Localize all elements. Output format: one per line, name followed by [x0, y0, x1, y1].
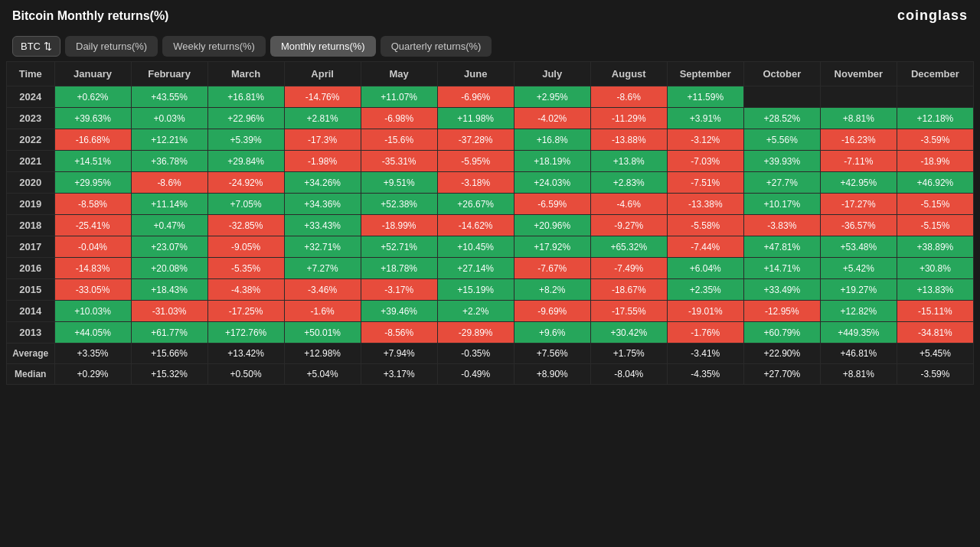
- data-cell: [897, 86, 973, 108]
- data-cell: +18.78%: [361, 258, 437, 279]
- data-cell: -31.03%: [131, 301, 207, 322]
- table-header: Time January February March April May Ju…: [7, 62, 974, 86]
- data-cell: -9.05%: [207, 236, 284, 258]
- data-cell: -7.11%: [820, 151, 897, 172]
- tab-monthly[interactable]: Monthly returns(%): [270, 36, 376, 57]
- data-cell: +2.2%: [437, 301, 514, 322]
- data-cell: -15.6%: [361, 129, 437, 151]
- data-cell: -8.6%: [590, 86, 667, 108]
- table-row: 2016-14.83%+20.08%-5.35%+7.27%+18.78%+27…: [7, 258, 974, 279]
- data-cell: -35.31%: [361, 151, 437, 172]
- footer-cell: +1.75%: [590, 344, 667, 364]
- table-row: 2022-16.68%+12.21%+5.39%-17.3%-15.6%-37.…: [7, 129, 974, 151]
- data-cell: +29.95%: [54, 172, 131, 194]
- data-cell: -18.67%: [590, 279, 667, 301]
- table-row: 2024+0.62%+43.55%+16.81%-14.76%+11.07%-6…: [7, 86, 974, 108]
- footer-cell: -3.41%: [667, 344, 743, 364]
- data-cell: +3.91%: [667, 108, 743, 129]
- data-cell: +39.46%: [361, 301, 437, 322]
- year-cell: 2017: [7, 236, 55, 258]
- data-cell: +0.62%: [54, 86, 131, 108]
- data-cell: -5.58%: [667, 215, 743, 236]
- footer-cell: +5.45%: [897, 344, 973, 364]
- data-cell: -16.68%: [54, 129, 131, 151]
- footer-cell: +5.04%: [284, 364, 361, 385]
- data-cell: -13.88%: [590, 129, 667, 151]
- data-cell: +16.8%: [514, 129, 590, 151]
- footer-cell: +3.35%: [54, 344, 131, 364]
- col-time: Time: [7, 62, 55, 86]
- data-cell: +9.6%: [514, 322, 590, 344]
- btc-selector[interactable]: BTC ⇅: [12, 36, 60, 57]
- year-cell: 2019: [7, 194, 55, 215]
- data-cell: -5.95%: [437, 151, 514, 172]
- data-cell: +42.95%: [820, 172, 897, 194]
- tab-weekly[interactable]: Weekly returns(%): [162, 36, 266, 57]
- data-cell: -15.11%: [897, 301, 973, 322]
- footer-cell: +3.17%: [361, 364, 437, 385]
- data-cell: +18.43%: [131, 279, 207, 301]
- page-title: Bitcoin Monthly returns(%): [12, 9, 168, 23]
- data-cell: -14.76%: [284, 86, 361, 108]
- data-cell: +11.07%: [361, 86, 437, 108]
- data-cell: -7.49%: [590, 258, 667, 279]
- col-august: August: [590, 62, 667, 86]
- data-cell: +60.79%: [743, 322, 820, 344]
- footer-cell: +7.94%: [361, 344, 437, 364]
- table-row: 2015-33.05%+18.43%-4.38%-3.46%-3.17%+15.…: [7, 279, 974, 301]
- data-cell: +50.01%: [284, 322, 361, 344]
- table-row: 2019-8.58%+11.14%+7.05%+34.36%+52.38%+26…: [7, 194, 974, 215]
- data-cell: +34.26%: [284, 172, 361, 194]
- table-row: 2018-25.41%+0.47%-32.85%+33.43%-18.99%-1…: [7, 215, 974, 236]
- data-cell: -25.41%: [54, 215, 131, 236]
- tab-daily[interactable]: Daily returns(%): [65, 36, 158, 57]
- data-cell: +11.14%: [131, 194, 207, 215]
- col-october: October: [743, 62, 820, 86]
- data-cell: +30.42%: [590, 322, 667, 344]
- data-cell: +10.03%: [54, 301, 131, 322]
- toolbar: BTC ⇅ Daily returns(%) Weekly returns(%)…: [0, 31, 980, 61]
- data-cell: -8.56%: [361, 322, 437, 344]
- footer-cell: +46.81%: [820, 344, 897, 364]
- footer-label: Average: [7, 344, 55, 364]
- table-row: 2013+44.05%+61.77%+172.76%+50.01%-8.56%-…: [7, 322, 974, 344]
- data-cell: -3.17%: [361, 279, 437, 301]
- data-cell: -8.6%: [131, 172, 207, 194]
- table-container: Time January February March April May Ju…: [0, 61, 980, 391]
- data-cell: +17.92%: [514, 236, 590, 258]
- footer-cell: +27.70%: [743, 364, 820, 385]
- data-cell: +18.19%: [514, 151, 590, 172]
- data-cell: +65.32%: [590, 236, 667, 258]
- data-cell: +5.39%: [207, 129, 284, 151]
- data-cell: +13.8%: [590, 151, 667, 172]
- footer-cell: -3.59%: [897, 364, 973, 385]
- data-cell: -3.18%: [437, 172, 514, 194]
- data-cell: +27.14%: [437, 258, 514, 279]
- data-cell: +13.83%: [897, 279, 973, 301]
- returns-table: Time January February March April May Ju…: [6, 61, 974, 385]
- data-cell: +39.63%: [54, 108, 131, 129]
- data-cell: +61.77%: [131, 322, 207, 344]
- data-cell: +23.07%: [131, 236, 207, 258]
- data-cell: +5.56%: [743, 129, 820, 151]
- data-cell: -3.12%: [667, 129, 743, 151]
- tab-quarterly[interactable]: Quarterly returns(%): [381, 36, 492, 57]
- footer-cell: +12.98%: [284, 344, 361, 364]
- data-cell: +6.04%: [667, 258, 743, 279]
- year-cell: 2024: [7, 86, 55, 108]
- data-cell: +2.81%: [284, 108, 361, 129]
- data-cell: +2.95%: [514, 86, 590, 108]
- year-cell: 2015: [7, 279, 55, 301]
- col-july: July: [514, 62, 590, 86]
- data-cell: -3.46%: [284, 279, 361, 301]
- year-cell: 2016: [7, 258, 55, 279]
- data-cell: +449.35%: [820, 322, 897, 344]
- data-cell: +29.84%: [207, 151, 284, 172]
- data-cell: +2.35%: [667, 279, 743, 301]
- data-cell: -17.3%: [284, 129, 361, 151]
- footer-cell: +8.90%: [514, 364, 590, 385]
- data-cell: -5.15%: [897, 215, 973, 236]
- data-cell: +20.96%: [514, 215, 590, 236]
- data-cell: -14.83%: [54, 258, 131, 279]
- header: Bitcoin Monthly returns(%) coinglass: [0, 0, 980, 31]
